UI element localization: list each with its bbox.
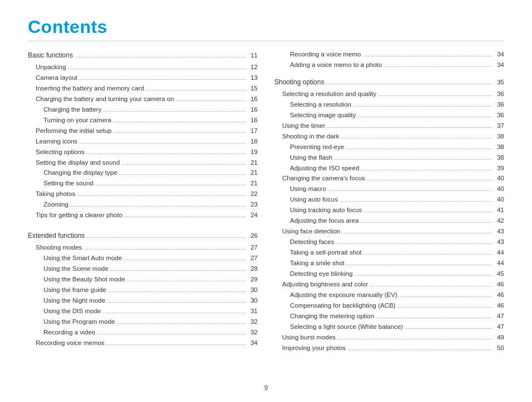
toc-entry: Adjusting the exposure manually (EV)46: [274, 290, 504, 300]
toc-entry: Changing the camera's focus40: [274, 173, 504, 184]
toc-entry: Zooming23: [28, 199, 258, 210]
toc-entry: Using the flash38: [274, 152, 504, 163]
toc-entry: Using burst modes49: [274, 332, 504, 343]
right-column: Recording a voice memo34Adding a voice m…: [274, 49, 504, 357]
toc-entry: Charging the battery16: [28, 104, 258, 115]
toc-entry: Taking a smile shot44: [274, 258, 504, 269]
toc-entry: Setting the display and sound21: [28, 157, 258, 168]
toc-entry: Shooting modes27: [28, 242, 258, 253]
toc-entry: Shooting in the dark38: [274, 131, 504, 142]
toc-entry: Adding a voice memo to a photo34: [274, 60, 504, 70]
toc-entry: Adjusting the focus area42: [274, 216, 504, 226]
toc-entry: Performing the initial setup17: [28, 126, 258, 136]
toc-entry: Adjusting brightness and color46: [274, 279, 504, 290]
toc-entry: Inserting the battery and memory card15: [28, 83, 258, 94]
toc-entry: Using the DIS mode31: [28, 306, 258, 317]
toc-columns: Basic functions11Unpacking12Camera layou…: [28, 49, 504, 357]
toc-entry: Selecting a light source (White balance)…: [274, 322, 504, 332]
toc-entry: Camera layout13: [28, 73, 258, 83]
toc-entry: Compensating for backlighting (ACB)46: [274, 300, 504, 311]
toc-entry: Shooting options35: [274, 76, 504, 89]
toc-entry: Recording voice memos34: [28, 338, 258, 348]
toc-entry: Taking a self-portrait shot44: [274, 247, 504, 258]
title-divider: [28, 41, 504, 41]
toc-entry: Detecting faces43: [274, 237, 504, 247]
toc-entry: Basic functions11: [28, 49, 258, 62]
toc-entry: Using face detection43: [274, 226, 504, 237]
toc-entry: Recording a voice memo34: [274, 49, 504, 60]
toc-entry: Using tracking auto focus41: [274, 205, 504, 216]
toc-entry: Tips for getting a clearer photo24: [28, 210, 258, 221]
toc-entry: Using the timer37: [274, 121, 504, 131]
page: Contents Basic functions11Unpacking12Cam…: [0, 0, 532, 402]
toc-entry: Using the frame guide30: [28, 285, 258, 295]
toc-entry: Selecting options19: [28, 147, 258, 157]
toc-entry: Extended functions26: [28, 229, 258, 242]
toc-entry: Improving your photos50: [274, 343, 504, 353]
toc-entry: Recording a video32: [28, 327, 258, 338]
toc-entry: Unpacking12: [28, 62, 258, 73]
toc-entry: Preventing red-eye38: [274, 142, 504, 152]
toc-entry: Selecting a resolution36: [274, 99, 504, 110]
section-block: Shooting options35Selecting a resolution…: [274, 76, 504, 353]
toc-entry: Using the Program mode32: [28, 317, 258, 327]
toc-entry: Taking photos22: [28, 189, 258, 199]
toc-entry: Setting the sound21: [28, 178, 258, 189]
left-column: Basic functions11Unpacking12Camera layou…: [28, 49, 258, 357]
toc-entry: Charging the battery and turning your ca…: [28, 94, 258, 104]
toc-entry: Using auto focus40: [274, 194, 504, 205]
page-title: Contents: [28, 17, 504, 37]
toc-entry: Using the Night mode30: [28, 295, 258, 306]
toc-entry: Using the Smart Auto mode27: [28, 253, 258, 264]
page-number: 9: [264, 384, 268, 392]
toc-entry: Using the Scene mode28: [28, 264, 258, 274]
toc-entry: Selecting image quality36: [274, 110, 504, 121]
toc-entry: Detecting eye blinking45: [274, 269, 504, 279]
toc-entry: Selecting a resolution and quality36: [274, 89, 504, 99]
section-block: Extended functions26Shooting modes27Usin…: [28, 229, 258, 348]
toc-entry: Using the Beauty Shot mode29: [28, 274, 258, 285]
page-footer: 9: [0, 384, 532, 392]
toc-entry: Learning icons18: [28, 136, 258, 147]
toc-entry: Adjusting the ISO speed39: [274, 163, 504, 174]
toc-entry: Changing the display type21: [28, 168, 258, 178]
section-block: Basic functions11Unpacking12Camera layou…: [28, 49, 258, 221]
toc-entry: Changing the metering option47: [274, 311, 504, 322]
toc-entry: Turning on your camera16: [28, 115, 258, 126]
toc-entry: Using macro40: [274, 184, 504, 194]
